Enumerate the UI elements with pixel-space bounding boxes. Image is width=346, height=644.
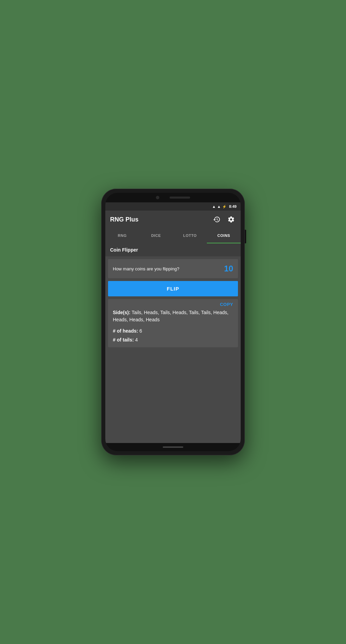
heads-value: 6 [138,328,142,334]
result-tails: # of tails: 4 [113,337,233,343]
section-title: Coin Flipper [110,247,138,253]
flip-button[interactable]: FLIP [108,281,238,296]
phone-hardware-top [105,193,241,202]
phone-screen: ▲ ▲ ⚡ 8:49 RNG Plus [105,193,241,451]
app-bar-actions [212,215,236,224]
status-icons: ▲ ▲ ⚡ 8:49 [212,204,237,209]
heads-label: # of heads: [113,328,138,334]
sides-label: Side(s): [113,310,130,315]
tab-lotto[interactable]: LOTTO [173,228,207,243]
app-bar: RNG Plus [105,211,241,228]
app-content: Coin Flipper How many coins are you flip… [105,243,241,443]
wifi-icon: ▲ [212,204,216,209]
tab-dice[interactable]: DICE [139,228,173,243]
home-indicator [163,446,183,448]
speaker-grille [170,197,190,199]
tails-label: # of tails: [113,337,134,343]
results-card: COPY Side(s): Tails, Heads, Tails, Heads… [108,299,238,347]
section-header: Coin Flipper [105,243,241,256]
copy-button-row: COPY [113,302,233,307]
phone-device: ▲ ▲ ⚡ 8:49 RNG Plus [101,189,245,455]
phone-bottom-bar [105,443,241,451]
status-bar: ▲ ▲ ⚡ 8:49 [105,202,241,211]
tails-value: 4 [134,337,138,343]
tab-coins[interactable]: COINS [207,228,241,243]
tabs-bar: RNG DICE LOTTO COINS [105,228,241,243]
settings-button[interactable] [226,215,236,224]
app-title: RNG Plus [110,216,212,223]
sides-value: Tails, Heads, Tails, Heads, Tails, Tails… [113,310,228,322]
camera-dot [156,196,159,199]
coin-count-row: How many coins are you flipping? 10 [108,259,238,278]
coin-count-label: How many coins are you flipping? [113,266,224,271]
flip-button-container: FLIP [105,281,241,299]
copy-button[interactable]: COPY [220,302,233,307]
battery-icon: ⚡ [222,205,226,209]
result-sides: Side(s): Tails, Heads, Tails, Heads, Tai… [113,309,233,323]
signal-icon: ▲ [217,204,221,209]
result-heads: # of heads: 6 [113,328,233,334]
status-time: 8:49 [229,204,237,209]
tab-rng[interactable]: RNG [105,228,139,243]
history-button[interactable] [212,215,222,224]
coin-count-value[interactable]: 10 [224,264,233,273]
